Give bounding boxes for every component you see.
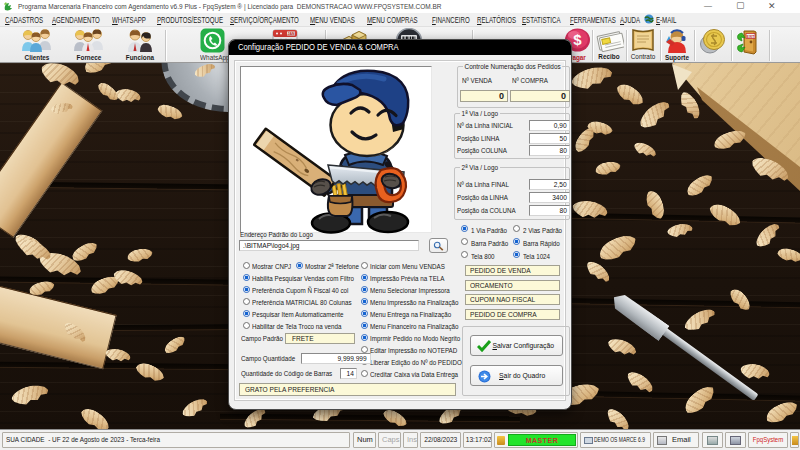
svg-text:EXIT: EXIT	[746, 35, 755, 39]
svg-text:JAN: JAN	[287, 32, 294, 36]
svg-text:$: $	[573, 31, 582, 48]
